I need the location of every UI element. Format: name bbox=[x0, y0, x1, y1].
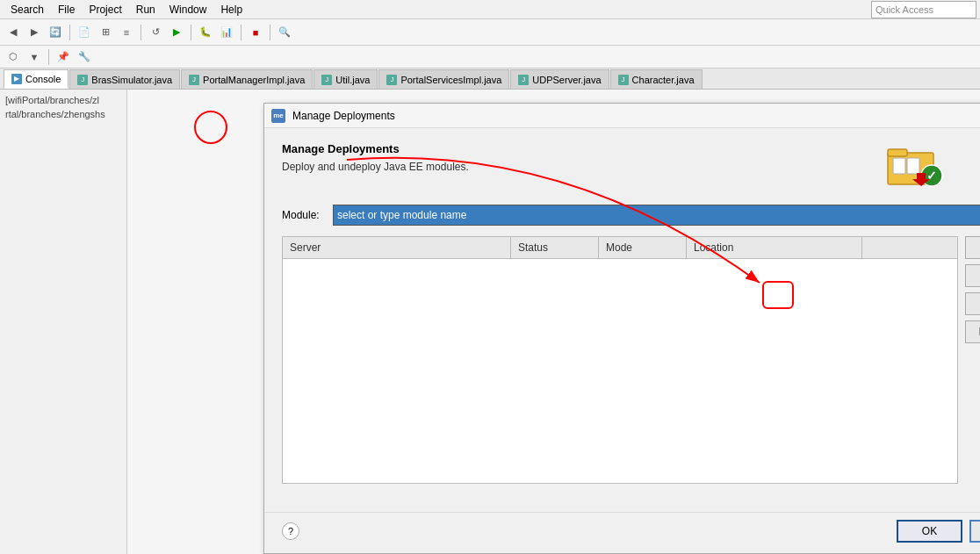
sidebar-path-1: [wifiPortal/branches/zl bbox=[4, 93, 123, 107]
content-area: [wifiPortal/branches/zl rtal/branches/zh… bbox=[0, 90, 980, 554]
toolbar-btn-forward[interactable]: ▶ bbox=[25, 23, 44, 42]
tab-console[interactable]: ▶ Console bbox=[4, 69, 68, 89]
remove-button[interactable]: Remove bbox=[965, 264, 980, 287]
ide-background: Search File Project Run Window Help Quic… bbox=[0, 0, 980, 554]
tab-portalservices[interactable]: J PortalServicesImpl.java bbox=[378, 69, 509, 89]
menu-bar: Search File Project Run Window Help Quic… bbox=[0, 0, 980, 19]
help-button[interactable]: ? bbox=[282, 522, 299, 540]
toolbar-btn-new[interactable]: 📄 bbox=[75, 23, 94, 42]
tab-portalmanager[interactable]: J PortalManagerImpl.java bbox=[181, 69, 313, 89]
main-toolbar: ◀ ▶ 🔄 📄 ⊞ ≡ ↺ ▶ 🐛 📊 ■ 🔍 bbox=[0, 19, 980, 46]
deployments-table: Server Status Mode Location bbox=[282, 236, 958, 484]
toolbar-btn-profile[interactable]: 📊 bbox=[217, 23, 236, 42]
tab-character[interactable]: J Character.java bbox=[610, 69, 703, 89]
toolbar2-sep-1 bbox=[48, 49, 49, 65]
toolbar-btn-refresh[interactable]: ↺ bbox=[146, 23, 165, 42]
table-body bbox=[283, 259, 957, 483]
toolbar-sep-4 bbox=[241, 25, 241, 40]
sidebar: [wifiPortal/branches/zl rtal/branches/zh… bbox=[0, 90, 127, 554]
menu-window[interactable]: Window bbox=[162, 2, 214, 18]
menu-help[interactable]: Help bbox=[213, 2, 249, 18]
toolbar-sep-2 bbox=[141, 25, 141, 40]
svg-point-8 bbox=[195, 112, 227, 143]
footer-buttons: OK Cancel bbox=[897, 520, 980, 543]
toolbar-sep-3 bbox=[191, 25, 191, 40]
table-and-buttons: Server Status Mode Location bbox=[282, 236, 980, 498]
tab-console-label: Console bbox=[25, 74, 61, 84]
col-server: Server bbox=[283, 237, 511, 258]
publish-button[interactable]: Publish bbox=[965, 292, 980, 315]
tab-util-icon: J bbox=[321, 75, 332, 85]
dialog-header-section: Manage Deployments Deploy and undeploy J… bbox=[282, 142, 980, 191]
module-label: Module: bbox=[282, 209, 326, 221]
sidebar-path-2: rtal/branches/zhengshs bbox=[4, 107, 123, 121]
dialog-header-title: Manage Deployments bbox=[282, 142, 469, 155]
col-mode: Mode bbox=[599, 237, 687, 258]
action-buttons: Add... Remove Publish Browse... bbox=[965, 236, 980, 498]
svg-rect-2 bbox=[893, 158, 905, 174]
menu-project[interactable]: Project bbox=[82, 2, 128, 18]
dialog-header-text: Manage Deployments Deploy and undeploy J… bbox=[282, 142, 469, 173]
quick-access-box[interactable]: Quick Access bbox=[871, 1, 976, 18]
tab-portalmanager-icon: J bbox=[189, 75, 199, 85]
col-extra bbox=[862, 237, 957, 258]
tab-console-icon: ▶ bbox=[11, 74, 22, 84]
module-combo-text: select or type module name bbox=[337, 209, 980, 221]
tab-portalmanager-label: PortalManagerImpl.java bbox=[203, 75, 305, 85]
tab-portalservices-icon: J bbox=[386, 75, 397, 85]
tab-portalservices-label: PortalServicesImpl.java bbox=[400, 75, 501, 85]
toolbar-btn-debug[interactable]: 🐛 bbox=[196, 23, 215, 42]
module-combo[interactable]: select or type module name bbox=[333, 205, 980, 226]
toolbar-btn-search[interactable]: 🔍 bbox=[275, 23, 294, 42]
toolbar-btn-stop[interactable]: ■ bbox=[246, 23, 265, 42]
tab-util-label: Util.java bbox=[335, 75, 370, 85]
tab-character-icon: J bbox=[618, 75, 629, 85]
svg-rect-3 bbox=[907, 158, 919, 174]
main-area: me Manage Deployments — □ ✕ Manage Deplo… bbox=[127, 90, 980, 554]
manage-deployments-dialog: me Manage Deployments — □ ✕ Manage Deplo… bbox=[263, 103, 980, 554]
deploy-icon-svg: ✓ bbox=[886, 142, 948, 191]
dialog-header-subtitle: Deploy and undeploy Java EE modules. bbox=[282, 161, 469, 173]
tab-brassimulator-icon: J bbox=[77, 75, 88, 85]
module-row: Module: select or type module name ▼ bbox=[282, 205, 980, 226]
tab-util[interactable]: J Util.java bbox=[313, 69, 378, 89]
toolbar-sep-1 bbox=[69, 25, 70, 40]
dialog-body: Manage Deployments Deploy and undeploy J… bbox=[264, 128, 980, 512]
tab-brassimulator-label: BrasSimulator.java bbox=[91, 75, 172, 85]
dialog-title-bar: me Manage Deployments — □ ✕ bbox=[264, 104, 980, 128]
toolbar2-btn-3[interactable]: 📌 bbox=[54, 47, 73, 67]
svg-rect-1 bbox=[888, 149, 907, 156]
col-location: Location bbox=[687, 237, 862, 258]
quick-access-label: Quick Access bbox=[876, 4, 933, 15]
menu-search[interactable]: Search bbox=[4, 2, 51, 18]
toolbar2-btn-1[interactable]: ⬡ bbox=[4, 47, 23, 67]
menu-file[interactable]: File bbox=[51, 2, 82, 18]
browse-button[interactable]: Browse... bbox=[965, 320, 980, 343]
toolbar-btn-run[interactable]: ▶ bbox=[167, 23, 186, 42]
toolbar-btn-grid[interactable]: ⊞ bbox=[96, 23, 115, 42]
module-combo-wrapper: select or type module name bbox=[333, 205, 980, 226]
menu-run[interactable]: Run bbox=[129, 2, 162, 18]
tab-brassimulator[interactable]: J BrasSimulator.java bbox=[69, 69, 180, 89]
dialog-title-text: Manage Deployments bbox=[292, 110, 980, 122]
table-wrapper: Server Status Mode Location bbox=[282, 236, 958, 498]
dialog-icon: me bbox=[271, 109, 285, 123]
table-header: Server Status Mode Location bbox=[283, 237, 957, 259]
ok-button[interactable]: OK bbox=[897, 520, 962, 543]
cancel-button[interactable]: Cancel bbox=[969, 520, 980, 543]
secondary-toolbar: ⬡ ▼ 📌 🔧 bbox=[0, 46, 980, 68]
dialog-footer: ? OK Cancel bbox=[264, 512, 980, 553]
toolbar2-btn-2[interactable]: ▼ bbox=[25, 47, 44, 67]
col-status: Status bbox=[511, 237, 599, 258]
tabs-bar: ▶ Console J BrasSimulator.java J PortalM… bbox=[0, 68, 980, 90]
tab-udpserver-label: UDPServer.java bbox=[532, 75, 601, 85]
toolbar-btn-list[interactable]: ≡ bbox=[117, 23, 136, 42]
toolbar-btn-back[interactable]: ◀ bbox=[4, 23, 23, 42]
dialog-header-icon: ✓ bbox=[886, 142, 948, 191]
tab-character-label: Character.java bbox=[632, 75, 695, 85]
toolbar-sep-5 bbox=[270, 25, 270, 40]
tab-udpserver[interactable]: J UDPServer.java bbox=[510, 69, 609, 89]
toolbar-btn-up[interactable]: 🔄 bbox=[46, 23, 65, 42]
add-button[interactable]: Add... bbox=[965, 236, 980, 259]
toolbar2-btn-4[interactable]: 🔧 bbox=[75, 47, 94, 67]
